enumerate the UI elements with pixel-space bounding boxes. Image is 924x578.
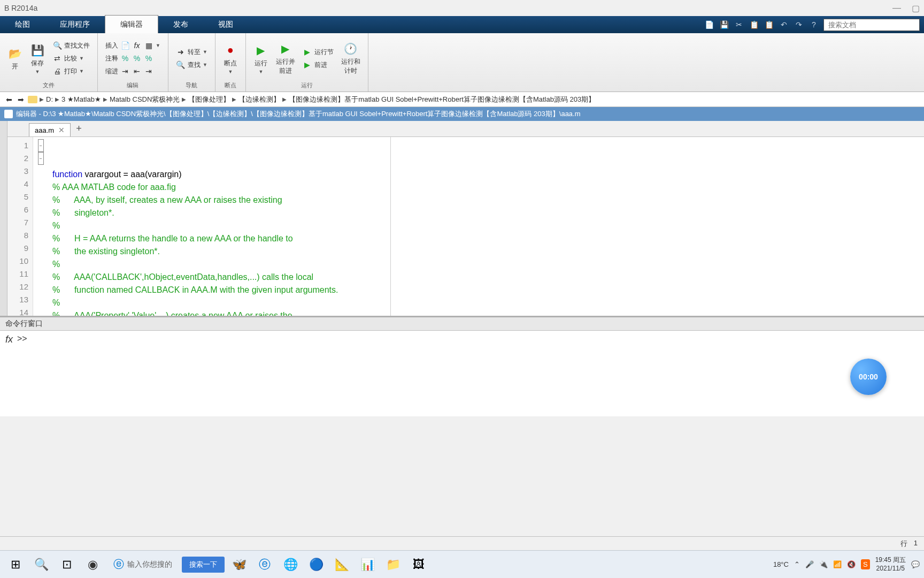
cut-icon[interactable]: ✂	[734, 19, 744, 30]
breakpoints-button[interactable]: ● 断点 ▼	[221, 41, 240, 77]
main-tabs: 绘图 应用程序 编辑器 发布 视图 📄 💾 ✂ 📋 📋 ↶ ↷ ?	[0, 16, 924, 33]
bc-item-4[interactable]: 【边缘检测】	[238, 95, 280, 104]
save-button[interactable]: 💾 保存 ▼	[28, 41, 47, 77]
status-line-num: 1	[914, 539, 918, 549]
tray-ime-icon[interactable]: S	[861, 559, 870, 569]
ie-app-icon[interactable]: ⓔ	[253, 553, 276, 576]
editor-area[interactable]: 1234567891011121314 −− function varargou…	[7, 137, 924, 316]
editor-title-text: 编辑器 - D:\3 ★Matlab★\Matalb CSDN紫极神光\【图像处…	[16, 109, 581, 119]
compare-button[interactable]: ⇄比较▼	[50, 52, 92, 64]
breakpoints-group-label: 断点	[221, 80, 240, 89]
status-line-label: 行	[900, 539, 907, 549]
folder-icon[interactable]	[28, 96, 37, 103]
bc-item-1[interactable]: 3 ★Matlab★	[61, 95, 101, 103]
app-icon-2[interactable]: 📊	[356, 553, 379, 576]
bc-item-3[interactable]: 【图像处理】	[188, 95, 230, 104]
command-window-title: 命令行窗口	[0, 317, 924, 331]
find-files-button[interactable]: 🔍查找文件	[50, 40, 92, 51]
tab-apps[interactable]: 应用程序	[45, 16, 105, 33]
explorer-icon[interactable]: 📁	[382, 553, 404, 576]
redo-icon[interactable]: ↷	[794, 19, 804, 30]
bc-item-5[interactable]: 【图像边缘检测】基于matlab GUI Sobel+Prewitt+Rober…	[289, 95, 595, 104]
command-window-body[interactable]: fx >>	[0, 331, 924, 416]
nav-group-label: 导航	[174, 80, 210, 89]
taskbar: ⊞ 🔍 ⊡ ◉ ⓔ 输入你想搜的 搜索一下 🦋 ⓔ 🌐 🔵 📐 📊 📁 🖼 18…	[0, 550, 924, 578]
close-tab-icon[interactable]: ✕	[58, 126, 65, 134]
task-search-button[interactable]: 搜索一下	[182, 557, 225, 573]
insert-button[interactable]: 插入 📄 fx ▦▼	[103, 40, 163, 51]
tab-editor[interactable]: 编辑器	[105, 15, 158, 33]
matlab-icon[interactable]: 📐	[330, 553, 353, 576]
file-tabs: aaa.m ✕ +	[7, 121, 924, 137]
fx-icon[interactable]: fx	[5, 334, 13, 345]
maximize-button[interactable]: ▢	[912, 3, 920, 13]
open-button[interactable]: 📂 开	[5, 44, 25, 73]
panel-handle[interactable]	[0, 121, 7, 316]
run-section-button[interactable]: ▶运行节	[301, 46, 336, 58]
undo-icon[interactable]: ↶	[779, 19, 789, 30]
file-tab-aaa[interactable]: aaa.m ✕	[29, 123, 71, 136]
back-icon[interactable]: ⬅	[4, 95, 14, 104]
command-window: 命令行窗口 fx >>	[0, 316, 924, 416]
tray-wifi-icon[interactable]: 📶	[833, 560, 842, 568]
edge-icon[interactable]: 🌐	[279, 553, 302, 576]
tab-publish[interactable]: 发布	[158, 16, 203, 33]
print-button[interactable]: 🖨打印▼	[50, 65, 92, 77]
task-view-icon[interactable]: ⊡	[56, 553, 78, 576]
notification-icon[interactable]: 💬	[911, 560, 920, 568]
tray-mic-icon[interactable]: 🎤	[805, 560, 814, 568]
line-gutter: 1234567891011121314	[7, 137, 33, 316]
help-icon[interactable]: ?	[808, 19, 819, 30]
chrome-icon[interactable]: 🔵	[305, 553, 327, 576]
indent-button[interactable]: 缩进 ⇥ ⇤ ⇥	[103, 65, 163, 77]
photos-icon[interactable]: 🖼	[407, 553, 430, 576]
run-time-button[interactable]: 🕐 运行和 计时	[339, 39, 363, 78]
new-icon[interactable]: 📄	[704, 19, 714, 30]
fold-gutter[interactable]: −−	[33, 137, 48, 316]
ie-icon: ⓔ	[113, 557, 124, 572]
ribbon: 📂 开 💾 保存 ▼ 🔍查找文件 ⇄比较▼ 🖨打印▼ 文件 插入 📄 fx ▦▼…	[0, 33, 924, 92]
file-group-label: 文件	[5, 80, 92, 89]
bc-item-0[interactable]: D:	[46, 95, 53, 103]
minimize-button[interactable]: —	[892, 3, 901, 13]
start-button[interactable]: ⊞	[4, 553, 27, 576]
weather[interactable]: 18°C	[773, 560, 789, 568]
bc-item-2[interactable]: Matalb CSDN紫极神光	[110, 95, 180, 104]
goto-button[interactable]: ➜转至▼	[174, 46, 210, 58]
save-icon[interactable]: 💾	[719, 19, 729, 30]
run-advance-button[interactable]: ▶ 运行并 前进	[274, 39, 297, 78]
search-icon[interactable]: 🔍	[30, 553, 52, 576]
task-search[interactable]: ⓔ 输入你想搜的	[107, 557, 179, 572]
add-tab-button[interactable]: +	[71, 121, 87, 136]
find-button[interactable]: 🔍查找▼	[174, 59, 210, 71]
breadcrumb: ⬅ ➡ ▶ D:▶ 3 ★Matlab★▶ Matalb CSDN紫极神光▶ 【…	[0, 92, 924, 107]
run-group-label: 运行	[251, 80, 363, 89]
app-title: B R2014a	[4, 4, 37, 12]
advance-button[interactable]: ▶前进	[301, 59, 336, 71]
editor-icon	[4, 110, 13, 118]
edit-group-label: 编辑	[103, 80, 163, 89]
code-content[interactable]: function varargout = aaa(varargin)% AAA …	[48, 137, 343, 316]
command-prompt: >>	[17, 334, 27, 344]
copy-icon[interactable]: 📋	[749, 19, 759, 30]
app-icon-1[interactable]: 🦋	[228, 553, 250, 576]
comment-button[interactable]: 注释 % % %	[103, 52, 163, 64]
tab-plot[interactable]: 绘图	[0, 16, 45, 33]
status-bar: 行 1	[0, 536, 924, 550]
tray-battery-icon[interactable]: 🔌	[819, 560, 828, 568]
forward-icon[interactable]: ➡	[16, 95, 26, 104]
titlebar: B R2014a — ▢	[0, 0, 924, 16]
datetime[interactable]: 19:45 周五 2021/11/5	[875, 556, 906, 573]
tab-view[interactable]: 视图	[203, 16, 248, 33]
run-button[interactable]: ▶ 运行 ▼	[251, 41, 271, 77]
timer-badge[interactable]: 00:00	[850, 359, 887, 395]
editor-title-bar: 编辑器 - D:\3 ★Matlab★\Matalb CSDN紫极神光\【图像处…	[0, 107, 924, 121]
obs-icon[interactable]: ◉	[81, 553, 104, 576]
tray-up-icon[interactable]: ⌃	[794, 560, 800, 568]
search-docs-input[interactable]	[823, 19, 920, 31]
tray-volume-icon[interactable]: 🔇	[847, 560, 856, 568]
paste-icon[interactable]: 📋	[764, 19, 774, 30]
